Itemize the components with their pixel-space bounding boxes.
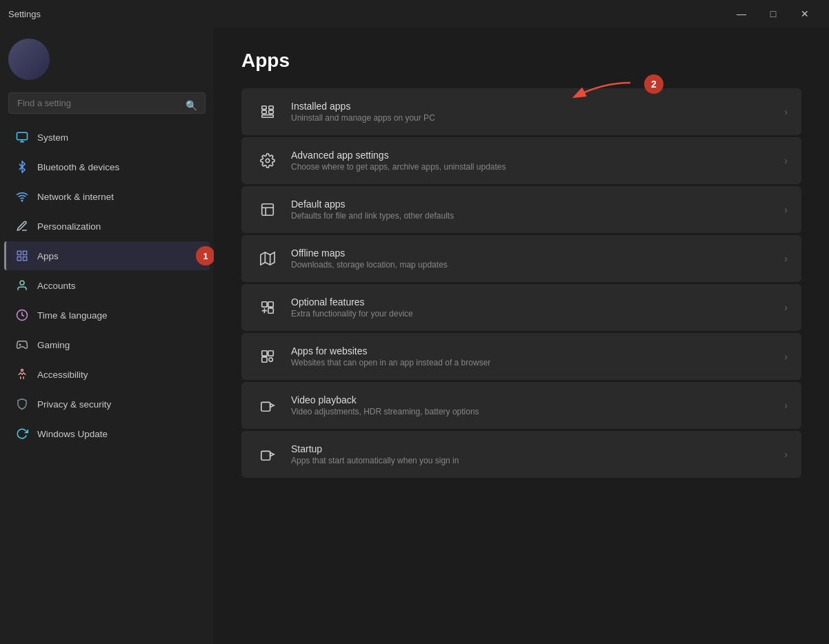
sidebar-item-privacy[interactable]: Privacy & security: [4, 390, 210, 419]
settings-item-title: Apps for websites: [291, 345, 773, 356]
nav-list: System Bluetooth & devices Network & int…: [0, 122, 214, 449]
svg-point-6: [20, 281, 24, 285]
sidebar-item-accessibility[interactable]: Accessibility: [4, 360, 210, 389]
video-playback-icon: [255, 393, 280, 418]
sidebar-item-time[interactable]: Time & language: [4, 301, 210, 330]
sidebar-item-label: Bluetooth & devices: [37, 162, 119, 172]
chevron-icon: ›: [784, 449, 788, 460]
apps-for-websites-icon: [255, 344, 280, 369]
settings-list: Installed apps Uninstall and manage apps…: [241, 88, 801, 478]
avatar: [8, 39, 50, 80]
settings-item-desc: Websites that can open in an app instead…: [291, 358, 773, 368]
chevron-icon: ›: [784, 155, 788, 166]
svg-rect-29: [261, 402, 270, 411]
settings-item-startup[interactable]: Startup Apps that start automatically wh…: [241, 431, 801, 478]
sidebar-item-label: Network & internet: [37, 192, 114, 202]
sidebar-item-label: Accessibility: [37, 370, 88, 380]
sidebar-item-label: Apps: [37, 251, 59, 261]
sidebar-item-label: Accounts: [37, 281, 76, 291]
network-icon: [15, 190, 29, 203]
settings-item-title: Advanced app settings: [291, 150, 773, 161]
svg-rect-30: [261, 451, 270, 460]
sidebar-item-update[interactable]: Windows Update: [4, 419, 210, 448]
sidebar-item-bluetooth[interactable]: Bluetooth & devices: [4, 152, 210, 181]
settings-item-video-playback[interactable]: Video playback Video adjustments, HDR st…: [241, 382, 801, 429]
search-container: 🔍: [0, 88, 214, 122]
svg-rect-0: [17, 132, 28, 140]
svg-point-18: [266, 159, 270, 163]
settings-item-optional-features[interactable]: Optional features Extra functionality fo…: [241, 284, 801, 331]
sidebar: 🔍 System Bluetooth & devices Network & i…: [0, 28, 214, 644]
svg-rect-4: [23, 257, 27, 261]
settings-item-apps-for-websites[interactable]: Apps for websites Websites that can open…: [241, 333, 801, 380]
settings-item-installed-apps[interactable]: Installed apps Uninstall and manage apps…: [241, 88, 801, 135]
sidebar-item-accounts[interactable]: Accounts: [4, 271, 210, 300]
chevron-icon: ›: [784, 106, 788, 117]
settings-item-desc: Apps that start automatically when you s…: [291, 456, 773, 465]
sidebar-item-label: Windows Update: [37, 429, 108, 439]
settings-item-title: Optional features: [291, 296, 773, 308]
svg-rect-28: [262, 357, 267, 362]
system-icon: [15, 130, 29, 144]
advanced-app-settings-icon: [255, 148, 280, 173]
svg-rect-2: [17, 251, 21, 254]
sidebar-item-apps[interactable]: Apps 1: [4, 241, 210, 270]
settings-item-desc: Defaults for file and link types, other …: [291, 211, 773, 221]
svg-rect-3: [23, 251, 27, 254]
svg-rect-13: [262, 106, 266, 110]
sidebar-item-label: Personalization: [37, 221, 101, 232]
svg-point-1: [21, 200, 23, 201]
accessibility-icon: [15, 368, 29, 381]
user-profile: [0, 28, 214, 88]
svg-rect-27: [268, 351, 273, 356]
settings-item-offline-maps[interactable]: Offline maps Downloads, storage location…: [241, 235, 801, 282]
settings-item-desc: Extra functionality for your device: [291, 309, 773, 319]
settings-item-title: Video playback: [291, 394, 773, 405]
update-icon: [15, 427, 29, 441]
search-input[interactable]: [8, 92, 206, 114]
sidebar-item-gaming[interactable]: Gaming: [4, 330, 210, 359]
settings-item-title: Default apps: [291, 199, 773, 210]
sidebar-item-system[interactable]: System: [4, 123, 210, 152]
svg-rect-25: [268, 308, 273, 313]
sidebar-item-label: Privacy & security: [37, 399, 111, 410]
apps-icon: [15, 249, 29, 263]
bluetooth-icon: [15, 160, 29, 174]
startup-icon: [255, 442, 280, 467]
main-content: Apps Installed apps Uninstall and manage…: [214, 28, 829, 644]
personalization-icon: [15, 219, 29, 233]
titlebar-controls: — □ ✕: [726, 3, 821, 25]
svg-rect-17: [262, 115, 274, 118]
settings-item-default-apps[interactable]: Default apps Defaults for file and link …: [241, 186, 801, 233]
settings-item-desc: Video adjustments, HDR streaming, batter…: [291, 407, 773, 416]
gaming-icon: [15, 338, 29, 352]
chevron-icon: ›: [784, 253, 788, 264]
svg-rect-26: [262, 351, 267, 356]
chevron-icon: ›: [784, 204, 788, 215]
sidebar-item-personalization[interactable]: Personalization: [4, 212, 210, 241]
offline-maps-icon: [255, 246, 280, 271]
settings-item-title: Installed apps: [291, 101, 773, 112]
settings-item-title: Offline maps: [291, 248, 773, 259]
page-title: Apps: [241, 50, 801, 72]
svg-rect-24: [268, 302, 273, 307]
sidebar-item-network[interactable]: Network & internet: [4, 182, 210, 211]
settings-item-advanced-app-settings[interactable]: Advanced app settings Choose where to ge…: [241, 137, 801, 184]
minimize-button[interactable]: —: [726, 3, 757, 25]
svg-rect-23: [262, 302, 267, 307]
close-button[interactable]: ✕: [789, 3, 821, 25]
svg-marker-20: [261, 252, 274, 265]
sidebar-item-label: System: [37, 132, 68, 143]
sidebar-item-label: Gaming: [37, 340, 70, 350]
sidebar-item-label: Time & language: [37, 310, 108, 321]
settings-item-desc: Uninstall and manage apps on your PC: [291, 113, 773, 123]
app-window: 🔍 System Bluetooth & devices Network & i…: [0, 28, 829, 644]
settings-item-title: Startup: [291, 443, 773, 454]
svg-rect-14: [269, 106, 273, 110]
maximize-button[interactable]: □: [757, 3, 789, 25]
settings-item-desc: Downloads, storage location, map updates: [291, 260, 773, 270]
titlebar-title: Settings: [8, 9, 720, 19]
optional-features-icon: [255, 295, 280, 320]
default-apps-icon: [255, 197, 280, 222]
svg-rect-5: [17, 257, 21, 261]
